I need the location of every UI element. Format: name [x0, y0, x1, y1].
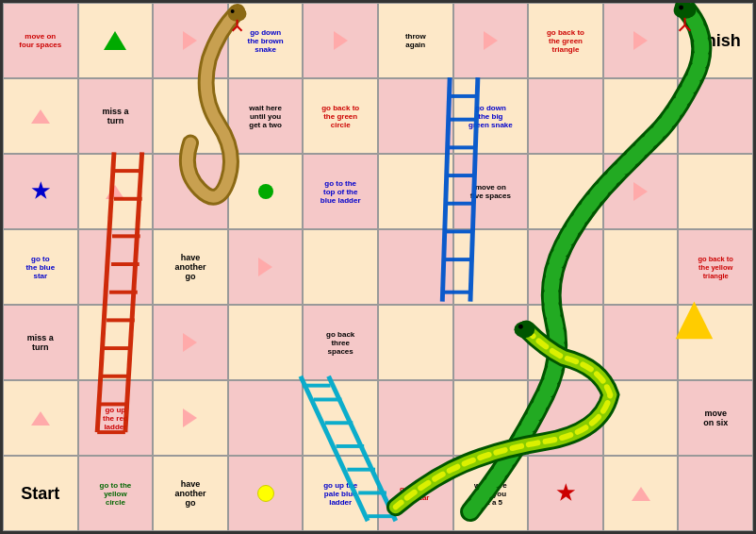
cell-5-2	[153, 380, 228, 456]
cell-4-6	[453, 305, 529, 380]
cell-3-1	[78, 229, 154, 305]
cell-0-2	[153, 3, 228, 78]
cell-4-3	[228, 305, 304, 380]
cell-6-3	[228, 456, 304, 531]
cell-6-2: haveanothergo	[153, 456, 228, 531]
cell-6-7: ★	[528, 456, 603, 531]
cell-2-7	[528, 154, 603, 229]
cell-0-5: throwagain	[378, 3, 453, 78]
cell-0-6	[453, 3, 529, 78]
cell-3-8	[603, 229, 679, 305]
game-board: move onfour spaces go downthe brownsnake…	[0, 0, 756, 534]
cell-1-8	[603, 78, 679, 154]
cell-3-2: haveanothergo	[153, 229, 228, 305]
cell-0-7: go back tothe greentriangle	[528, 3, 603, 78]
cell-0-3: go downthe brownsnake	[228, 3, 304, 78]
cell-5-6	[453, 380, 529, 456]
cell-6-4: go up thepale blueladder	[303, 456, 378, 531]
cell-4-9	[678, 305, 753, 380]
cell-5-3	[228, 380, 304, 456]
cell-3-9: go back tothe yellowtriangle	[678, 229, 753, 305]
cell-5-7	[528, 380, 603, 456]
cell-0-4	[303, 3, 378, 78]
cell-2-3	[228, 154, 304, 229]
cell-0-9: Finish	[678, 3, 753, 78]
cell-6-8	[603, 456, 679, 531]
cell-4-5	[378, 305, 453, 380]
cell-1-0	[3, 78, 78, 154]
cell-6-9	[678, 456, 753, 531]
cell-6-1: go to theyellowcircle	[78, 456, 154, 531]
cell-5-0	[3, 380, 78, 456]
cell-4-4: go backthreespaces	[303, 305, 378, 380]
cell-3-3	[228, 229, 304, 305]
cell-1-2	[153, 78, 228, 154]
cell-5-8	[603, 380, 679, 456]
cell-6-0: Start	[3, 456, 78, 531]
cell-4-8	[603, 305, 679, 380]
cell-1-4: go back tothe greencircle	[303, 78, 378, 154]
cell-4-1	[78, 305, 154, 380]
cell-6-6: wait hereuntil youget a 5	[453, 456, 529, 531]
cell-2-2	[153, 154, 228, 229]
cell-5-5	[378, 380, 453, 456]
cell-0-1	[78, 3, 154, 78]
cell-2-0: ★	[3, 154, 78, 229]
cell-2-6: move onfive spaces	[453, 154, 529, 229]
cell-3-6	[453, 229, 529, 305]
cell-3-0: go tothe bluestar	[3, 229, 78, 305]
cell-4-7	[528, 305, 603, 380]
cell-1-3: wait hereuntil youget a two	[228, 78, 304, 154]
red-star-shape: ★	[556, 483, 575, 504]
cell-4-0: miss aturn	[3, 305, 78, 380]
cell-1-7	[528, 78, 603, 154]
cell-2-1	[78, 154, 154, 229]
cell-0-0: move onfour spaces	[3, 3, 78, 78]
cell-0-8	[603, 3, 679, 78]
cell-3-4	[303, 229, 378, 305]
blue-star-shape: ★	[31, 181, 50, 202]
cell-1-5	[378, 78, 453, 154]
cell-4-2	[153, 305, 228, 380]
cell-2-5	[378, 154, 453, 229]
cell-2-9	[678, 154, 753, 229]
cell-1-1: miss aturn	[78, 78, 154, 154]
cell-1-6: go downthe biggreen snake	[453, 78, 529, 154]
cell-2-8	[603, 154, 679, 229]
cell-5-1: go upthe redladder	[78, 380, 154, 456]
cell-2-4: go to thetop of theblue ladder	[303, 154, 378, 229]
cell-5-9: moveon six	[678, 380, 753, 456]
cell-5-4	[303, 380, 378, 456]
cell-1-9	[678, 78, 753, 154]
cell-3-7	[528, 229, 603, 305]
cell-3-5	[378, 229, 453, 305]
cell-6-5: go to thered star	[378, 456, 453, 531]
